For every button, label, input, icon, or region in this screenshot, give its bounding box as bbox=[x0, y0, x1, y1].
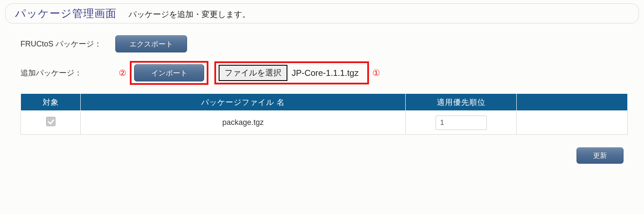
page-subtitle: パッケージを追加・変更します。 bbox=[129, 9, 250, 20]
fructos-row: FRUCtoS パッケージ： エクスポート bbox=[20, 35, 628, 52]
target-checkbox[interactable] bbox=[46, 117, 56, 126]
page-title: パッケージ管理画面 bbox=[15, 6, 117, 20]
priority-input[interactable] bbox=[436, 116, 487, 130]
additional-package-label: 追加パッケージ： bbox=[20, 68, 115, 78]
cell-filename: package.tgz bbox=[81, 111, 406, 135]
th-action bbox=[517, 94, 628, 111]
package-table: 対象 パッケージファイル 名 適用優先順位 package.tgz bbox=[20, 93, 628, 135]
choose-file-button[interactable]: ファイルを選択 bbox=[219, 65, 287, 81]
footer: 更新 bbox=[0, 135, 644, 164]
package-table-wrap: 対象 パッケージファイル 名 適用優先順位 package.tgz bbox=[20, 93, 628, 135]
additional-package-row: 追加パッケージ： ② インポート ファイルを選択 JP-Core-1.1.1.t… bbox=[20, 61, 628, 85]
content-area: FRUCtoS パッケージ： エクスポート 追加パッケージ： ② インポート フ… bbox=[0, 25, 644, 85]
th-filename: パッケージファイル 名 bbox=[81, 94, 406, 111]
update-button[interactable]: 更新 bbox=[577, 147, 624, 164]
table-row: package.tgz bbox=[21, 111, 628, 135]
selected-file-name: JP-Core-1.1.1.tgz bbox=[292, 68, 359, 78]
cell-action bbox=[517, 111, 628, 135]
page-header: パッケージ管理画面 パッケージを追加・変更します。 bbox=[5, 3, 639, 23]
file-select-highlight-box: ファイルを選択 JP-Core-1.1.1.tgz bbox=[214, 61, 369, 84]
annotation-step2: ② bbox=[115, 68, 130, 78]
export-button[interactable]: エクスポート bbox=[115, 35, 187, 52]
import-highlight-box: インポート bbox=[130, 61, 208, 85]
import-button[interactable]: インポート bbox=[134, 64, 204, 81]
annotation-step1: ① bbox=[369, 68, 383, 78]
th-target: 対象 bbox=[21, 94, 81, 111]
th-priority: 適用優先順位 bbox=[406, 94, 517, 111]
fructos-label: FRUCtoS パッケージ： bbox=[20, 39, 115, 49]
